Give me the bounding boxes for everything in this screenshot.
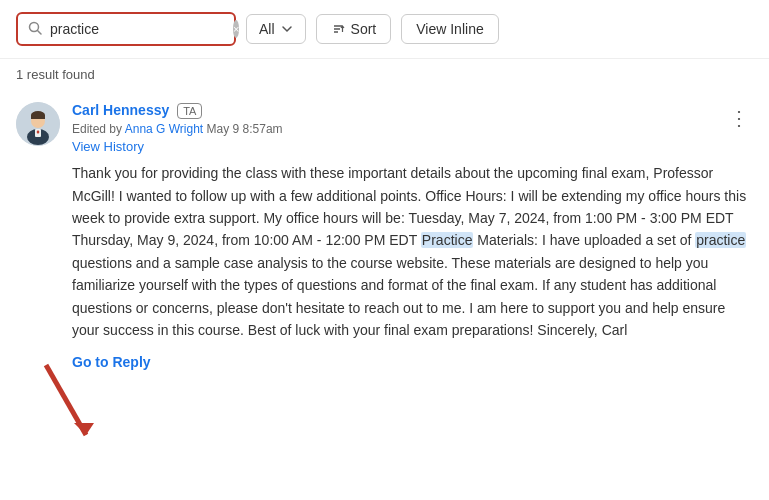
results-count: 1 result found	[0, 59, 769, 90]
body-text-3: questions and a sample case analysis to …	[72, 255, 725, 338]
svg-line-12	[46, 365, 86, 435]
search-icon	[28, 21, 42, 38]
filter-dropdown[interactable]: All	[246, 14, 306, 44]
highlight-practice-1: Practice	[421, 232, 474, 248]
sort-label: Sort	[351, 21, 377, 37]
svg-line-1	[38, 30, 42, 34]
result-card: Carl Hennessy TA Edited by Anna G Wright…	[0, 90, 769, 390]
svg-rect-11	[31, 115, 45, 119]
search-box: ×	[16, 12, 236, 46]
author-name: Carl Hennessy	[72, 102, 169, 118]
sort-button[interactable]: Sort	[316, 14, 392, 44]
editor-name: Anna G Wright	[125, 122, 203, 136]
user-info: Carl Hennessy TA Edited by Anna G Wright…	[72, 102, 713, 154]
edited-line: Edited by Anna G Wright May 9 8:57am	[72, 122, 713, 136]
filter-label: All	[259, 21, 275, 37]
chevron-down-icon	[281, 23, 293, 35]
avatar	[16, 102, 60, 146]
message-body: Thank you for providing the class with t…	[72, 162, 753, 374]
view-inline-button[interactable]: View Inline	[401, 14, 498, 44]
go-to-reply-link[interactable]: Go to Reply	[72, 351, 151, 373]
search-input[interactable]	[50, 21, 225, 37]
view-history-link[interactable]: View History	[72, 139, 144, 154]
view-inline-label: View Inline	[416, 21, 483, 37]
sort-icon	[331, 22, 345, 36]
author-line: Carl Hennessy TA	[72, 102, 713, 119]
toolbar: × All Sort View Inline	[0, 0, 769, 59]
ta-badge: TA	[177, 103, 202, 119]
more-options-icon[interactable]: ⋮	[725, 102, 753, 134]
result-header: Carl Hennessy TA Edited by Anna G Wright…	[16, 102, 753, 154]
highlight-practice-2: practice	[695, 232, 746, 248]
clear-button[interactable]: ×	[233, 20, 239, 38]
body-text-2: Materials: I have uploaded a set of	[473, 232, 695, 248]
svg-marker-13	[74, 423, 94, 435]
